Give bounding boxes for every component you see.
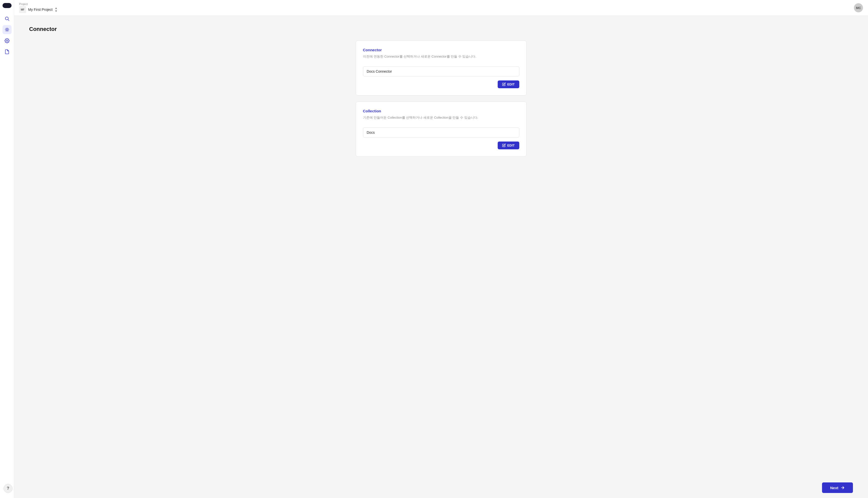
connector-input[interactable] — [363, 66, 519, 76]
topbar-left: Project MF My First Project ▲ ▼ — [19, 2, 57, 13]
connector-card: Connector 이전에 연동한 Connector를 선택하거나 새로운 C… — [356, 40, 527, 95]
help-button[interactable]: ? — [3, 484, 13, 493]
main-wrapper: Project MF My First Project ▲ ▼ MC Conne… — [14, 0, 868, 498]
chevron-icon: ▲ ▼ — [55, 6, 57, 13]
next-label: Next — [830, 486, 838, 490]
project-name: My First Project — [28, 8, 53, 12]
svg-line-1 — [8, 19, 9, 21]
svg-point-3 — [6, 40, 8, 41]
app-logo — [2, 3, 12, 8]
connector-edit-label: EDIT — [507, 82, 515, 86]
connector-input-row — [363, 66, 519, 76]
next-button[interactable]: Next — [822, 482, 853, 493]
collection-card-footer: EDIT — [363, 142, 519, 149]
project-label: Project — [19, 2, 57, 5]
collection-description: 기존에 만들어둔 Collection를 선택하거나 새로운 Collectio… — [363, 115, 519, 120]
help-label: ? — [7, 486, 9, 491]
svg-point-0 — [5, 17, 8, 20]
collection-edit-button[interactable]: EDIT — [498, 142, 519, 149]
connector-description: 이전에 연동한 Connector를 선택하거나 새로운 Connector를 … — [363, 54, 519, 59]
connector-edit-button[interactable]: EDIT — [498, 80, 519, 88]
collection-card: Collection 기존에 만들어둔 Collection를 선택하거나 새로… — [356, 102, 527, 157]
collection-input-row — [363, 128, 519, 137]
svg-point-2 — [6, 29, 8, 31]
sidebar — [0, 0, 14, 498]
user-avatar[interactable]: MC — [854, 3, 863, 12]
collection-section-title: Collection — [363, 109, 519, 113]
sidebar-item-docs[interactable] — [2, 47, 12, 56]
connector-section-title: Connector — [363, 48, 519, 52]
sidebar-item-search[interactable] — [2, 14, 12, 23]
bottom-bar: Next — [14, 477, 868, 498]
sidebar-item-connector[interactable] — [2, 25, 12, 34]
collection-input[interactable] — [363, 128, 519, 137]
page-content: Connector Connector 이전에 연동한 Connector를 선… — [14, 16, 868, 477]
topbar: Project MF My First Project ▲ ▼ MC — [14, 0, 868, 16]
connector-card-footer: EDIT — [363, 80, 519, 88]
project-avatar: MF — [19, 6, 26, 13]
project-selector[interactable]: MF My First Project ▲ ▼ — [19, 6, 57, 13]
collection-edit-label: EDIT — [507, 144, 515, 147]
sidebar-item-settings[interactable] — [2, 36, 12, 45]
page-title: Connector — [29, 26, 853, 32]
